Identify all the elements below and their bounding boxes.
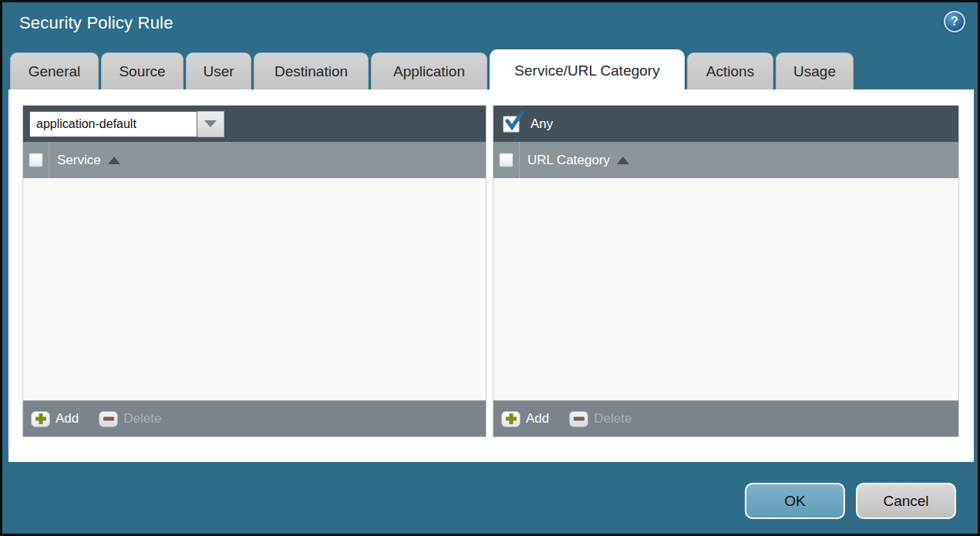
tab-service-url-category[interactable]: Service/URL Category — [490, 49, 685, 91]
tab-bar: General Source User Destination Applicat… — [10, 52, 970, 89]
service-column-label[interactable]: Service — [57, 153, 101, 168]
service-delete-button[interactable]: Delete — [99, 411, 161, 427]
any-checkbox[interactable] — [503, 116, 520, 133]
dialog-title: Security Policy Rule — [19, 13, 173, 33]
url-category-select-all-checkbox[interactable] — [499, 153, 514, 167]
check-icon — [504, 111, 524, 131]
tab-usage[interactable]: Usage — [776, 52, 854, 89]
delete-button-label: Delete — [123, 411, 161, 426]
tab-application[interactable]: Application — [371, 52, 487, 89]
add-button-label: Add — [526, 411, 549, 426]
cancel-button[interactable]: Cancel — [856, 483, 956, 519]
tab-source[interactable]: Source — [101, 52, 184, 89]
any-checkbox-label: Any — [530, 116, 553, 132]
chevron-down-icon — [204, 120, 217, 127]
sort-ascending-icon[interactable] — [108, 157, 120, 164]
titlebar: Security Policy Rule ? — [2, 2, 978, 50]
url-category-select-all-cell — [493, 142, 520, 178]
delete-button-label: Delete — [594, 411, 631, 426]
url-category-column-header: URL Category — [493, 142, 958, 178]
url-category-actions-bar: Add Delete — [493, 400, 958, 437]
tab-general[interactable]: General — [10, 52, 99, 89]
service-list-body[interactable] — [23, 178, 486, 400]
help-icon[interactable]: ? — [944, 11, 965, 32]
sort-ascending-icon[interactable] — [617, 157, 629, 164]
service-type-dropdown-button[interactable] — [197, 111, 224, 137]
service-toolbar — [23, 106, 486, 142]
url-category-panel: Any URL Category Add Delete — [493, 105, 959, 437]
add-plus-icon — [501, 411, 520, 427]
url-category-list-body[interactable] — [493, 178, 958, 400]
service-column-header: Service — [23, 142, 486, 178]
tab-destination[interactable]: Destination — [254, 52, 369, 89]
service-type-combo — [29, 111, 224, 137]
service-type-input[interactable] — [29, 111, 197, 137]
delete-minus-icon — [99, 411, 118, 427]
tab-user[interactable]: User — [186, 52, 251, 89]
url-category-add-button[interactable]: Add — [501, 411, 549, 427]
service-actions-bar: Add Delete — [23, 400, 486, 437]
service-panel: Service Add Delete — [22, 105, 487, 437]
tab-actions[interactable]: Actions — [687, 52, 773, 89]
add-plus-icon — [31, 411, 50, 427]
url-category-column-label[interactable]: URL Category — [527, 153, 610, 168]
security-policy-rule-dialog: Security Policy Rule ? General Source Us… — [0, 0, 980, 536]
tab-content-sheet: Service Add Delete — [8, 89, 974, 462]
url-category-toolbar: Any — [493, 106, 958, 142]
url-category-delete-button[interactable]: Delete — [569, 411, 631, 427]
service-add-button[interactable]: Add — [31, 411, 79, 427]
delete-minus-icon — [569, 411, 588, 427]
add-button-label: Add — [56, 411, 79, 426]
service-select-all-cell — [23, 142, 49, 178]
service-select-all-checkbox[interactable] — [29, 153, 43, 167]
ok-button[interactable]: OK — [745, 483, 845, 519]
